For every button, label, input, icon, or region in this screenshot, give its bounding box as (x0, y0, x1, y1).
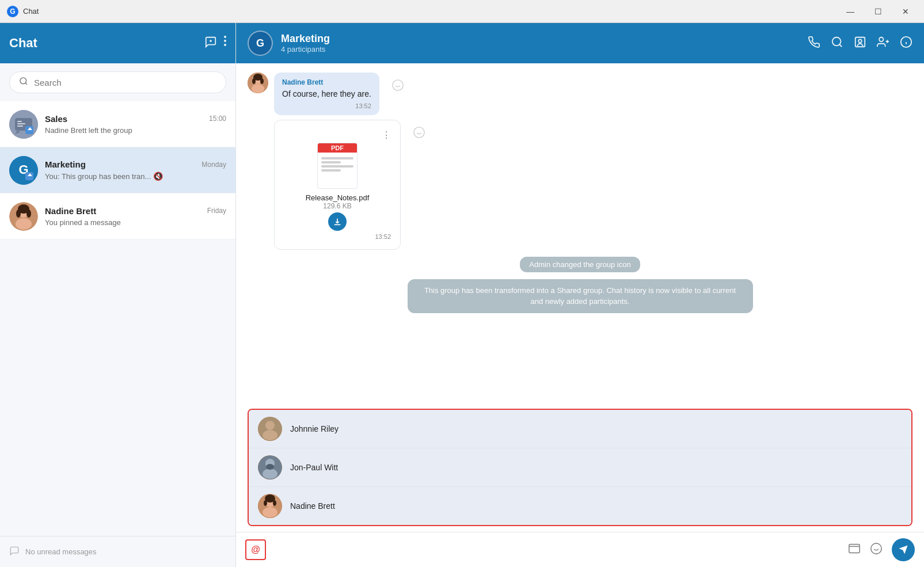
chat-participants-count: 4 participants (281, 45, 330, 54)
search-icon (19, 77, 28, 88)
chat-preview-nadine: You pinned a message (45, 218, 226, 227)
emoji-picker-icon[interactable] (870, 542, 883, 558)
message-row-file: ⋮ PDF (248, 120, 912, 250)
more-options-icon[interactable] (224, 36, 226, 51)
participant-list: Johnnie Riley Jon-Paul Witt (248, 409, 912, 526)
svg-point-63 (871, 543, 881, 553)
emoji-react-1[interactable] (387, 75, 408, 96)
mute-icon: 🔇 (153, 172, 163, 181)
no-messages-icon (9, 546, 20, 558)
svg-point-55 (266, 464, 274, 470)
app-container: Chat (0, 23, 924, 567)
system-msg-1: Admin changed the group icon (520, 257, 640, 272)
info-icon[interactable] (900, 36, 912, 51)
sidebar-title: Chat (9, 36, 37, 51)
chat-item-sales[interactable]: Sales 15:00 Nadine Brett left the group (0, 101, 235, 147)
chat-group-name: Marketing (281, 33, 330, 45)
chat-info-sales: Sales 15:00 Nadine Brett left the group (45, 114, 226, 135)
svg-point-41 (260, 78, 264, 84)
maximize-button[interactable]: ☐ (866, 3, 889, 20)
system-msg-row-2: This group has been transformed into a S… (248, 279, 912, 313)
at-mention-button[interactable]: @ (245, 539, 266, 560)
message-row-1: Nadine Brett Of course, here they are. 1… (248, 73, 912, 115)
file-name: Release_Notes.pdf (284, 193, 391, 202)
svg-point-54 (263, 469, 277, 479)
msg-sender-1: Nadine Brett (282, 78, 371, 86)
msg-bubble-file: ⋮ PDF (274, 120, 401, 250)
svg-point-51 (263, 430, 277, 440)
msg-time-file: 13:52 (284, 233, 391, 240)
avatar-nadine (9, 202, 38, 231)
sidebar-header: Chat (0, 23, 235, 63)
search-chat-icon[interactable] (831, 36, 843, 51)
svg-rect-12 (17, 125, 23, 127)
svg-rect-62 (849, 544, 860, 553)
add-participant-icon[interactable] (877, 36, 889, 51)
system-msg-row-1: Admin changed the group icon (248, 257, 912, 272)
sidebar-header-icons (204, 36, 226, 51)
chat-input-bar: @ (236, 532, 924, 567)
chat-preview-marketing: You: This group has been tran... 🔇 (45, 172, 226, 181)
chat-item-nadine[interactable]: Nadine Brett Friday You pinned a message (0, 193, 235, 239)
msg-avatar-nadine (248, 73, 268, 93)
participant-name-1: Johnnie Riley (290, 424, 339, 433)
svg-point-21 (16, 218, 32, 230)
pdf-icon: PDF (317, 143, 358, 189)
chat-time-marketing: Monday (201, 161, 226, 169)
participant-item-3[interactable]: Nadine Brett (249, 487, 911, 525)
svg-point-60 (264, 500, 267, 506)
svg-point-61 (273, 500, 276, 506)
svg-point-40 (252, 78, 256, 84)
svg-line-27 (839, 44, 842, 47)
participant-avatar-2 (258, 455, 282, 480)
participant-name-3: Nadine Brett (290, 501, 335, 511)
file-icon-area: PDF (284, 143, 391, 189)
file-more-icon[interactable]: ⋮ (382, 130, 391, 140)
search-input[interactable] (34, 78, 216, 87)
footer-text: No unread messages (25, 547, 97, 556)
chat-main: G Marketing 4 participants (236, 23, 924, 567)
download-button[interactable] (328, 212, 347, 231)
system-msg-2: This group has been transformed into a S… (408, 279, 753, 313)
participant-name-2: Jon-Paul Witt (290, 463, 338, 472)
avatar-sales (9, 110, 38, 139)
svg-line-6 (25, 83, 27, 85)
minimize-button[interactable]: — (839, 3, 862, 20)
svg-rect-10 (17, 121, 22, 122)
avatar-marketing: G (9, 156, 38, 185)
chat-name-nadine: Nadine Brett (45, 206, 96, 216)
search-container (0, 63, 235, 101)
chat-list: Sales 15:00 Nadine Brett left the group … (0, 101, 235, 536)
participant-avatar-1 (258, 417, 282, 441)
svg-rect-11 (17, 123, 25, 124)
new-chat-icon[interactable] (204, 36, 217, 51)
messages-area: Nadine Brett Of course, here they are. 1… (236, 63, 924, 403)
chat-time-sales: 15:00 (209, 115, 226, 123)
sidebar: Chat (0, 23, 236, 567)
chat-header-avatar: G (248, 31, 273, 56)
participant-item-2[interactable]: Jon-Paul Witt (249, 448, 911, 487)
chat-preview-sales: Nadine Brett left the group (45, 126, 226, 135)
profile-view-icon[interactable] (854, 36, 866, 51)
participant-item-1[interactable]: Johnnie Riley (249, 410, 911, 448)
chat-header: G Marketing 4 participants (236, 23, 924, 63)
svg-point-38 (252, 84, 264, 93)
title-bar: G Chat — ☐ ✕ (0, 0, 924, 23)
svg-point-24 (26, 210, 31, 218)
file-size: 129.6 KB (284, 202, 391, 210)
chat-header-icons (808, 36, 912, 51)
svg-point-42 (393, 80, 403, 90)
chat-item-marketing[interactable]: G Marketing Monday You: This group has b… (0, 147, 235, 193)
svg-point-58 (263, 507, 277, 517)
close-button[interactable]: ✕ (894, 3, 917, 20)
svg-text:G: G (256, 37, 264, 49)
input-right-icons (848, 538, 915, 561)
phone-icon[interactable] (808, 36, 820, 51)
chat-header-left: G Marketing 4 participants (248, 31, 330, 56)
send-button[interactable] (892, 538, 915, 561)
msg-time-1: 13:52 (282, 102, 371, 109)
emoji-react-file[interactable] (409, 122, 429, 143)
chat-info-nadine: Nadine Brett Friday You pinned a message (45, 206, 226, 227)
attach-file-icon[interactable] (848, 542, 861, 558)
chat-info-marketing: Marketing Monday You: This group has bee… (45, 159, 226, 181)
